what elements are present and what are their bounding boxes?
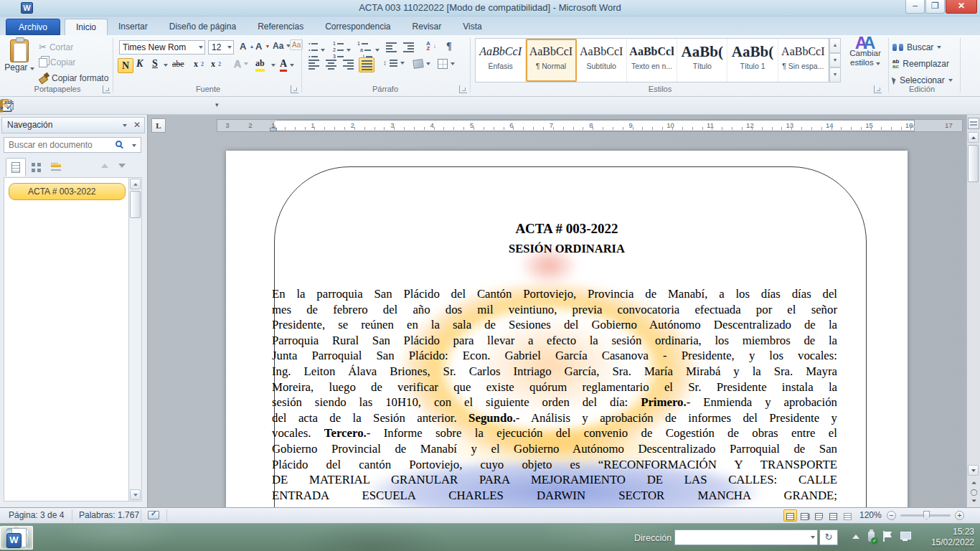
show-paragraph-marks-button[interactable]: ¶	[446, 41, 452, 52]
gallery-more-icon[interactable]: ▼	[829, 67, 841, 83]
scroll-thumb[interactable]	[968, 145, 979, 182]
document-page[interactable]: ACTA # 003-2022 SESIÓN ORDINARIA En la p…	[226, 151, 908, 507]
ribbon-tab[interactable]: Correspondencia	[314, 19, 401, 35]
copy-button[interactable]: Copiar	[39, 57, 75, 67]
previous-page-icon[interactable]: ⏶	[969, 479, 979, 487]
minimize-button[interactable]: –	[905, 0, 925, 14]
word-icon[interactable]	[0, 526, 33, 550]
ribbon-tab[interactable]: Diseño de página	[159, 19, 247, 35]
select-button[interactable]: Seleccionar	[892, 75, 953, 85]
underline-dropdown[interactable]	[164, 64, 168, 67]
browse-results-tab[interactable]	[46, 158, 66, 176]
fullscreen-reading-view-button[interactable]	[798, 509, 811, 522]
font-color-button[interactable]: A	[280, 58, 287, 72]
font-color-dropdown[interactable]	[290, 64, 294, 67]
paste-button[interactable]: Pegar	[4, 38, 34, 91]
italic-button[interactable]: K	[136, 58, 143, 70]
styles-dialog-launcher[interactable]	[874, 85, 882, 93]
address-go-icon[interactable]: ↻	[819, 529, 838, 545]
sort-button[interactable]: AZ↓	[426, 41, 436, 51]
strikethrough-button[interactable]: abe	[172, 59, 184, 70]
address-input[interactable]	[678, 532, 800, 543]
browse-headings-tab[interactable]	[6, 158, 26, 176]
bold-button[interactable]: N	[118, 58, 133, 73]
page-indicator[interactable]: Página: 3 de 4	[9, 510, 64, 520]
address-combo[interactable]	[674, 529, 818, 545]
next-heading-icon[interactable]	[118, 164, 126, 168]
decrease-indent-button[interactable]	[386, 42, 397, 52]
find-button[interactable]: Buscar	[892, 42, 941, 52]
scroll-up-icon[interactable]	[968, 132, 979, 143]
text-effects-button[interactable]: A	[234, 58, 248, 70]
address-dropdown-icon[interactable]	[811, 536, 815, 539]
zoom-in-button[interactable]: +	[955, 511, 964, 520]
highlight-color-button[interactable]: ab	[255, 58, 265, 72]
outline-view-button[interactable]	[826, 509, 840, 522]
zoom-level[interactable]: 120%	[859, 510, 882, 520]
underline-button[interactable]: S	[152, 58, 158, 70]
next-page-icon[interactable]: ⏷	[969, 497, 979, 505]
zoom-out-button[interactable]: −	[887, 511, 896, 520]
search-icon[interactable]	[116, 141, 122, 147]
replace-button[interactable]: abacReemplazar	[892, 59, 949, 69]
ribbon-tab[interactable]: Inicio	[65, 19, 108, 35]
style-item[interactable]: AaBbCcl Texto en n...	[627, 39, 677, 82]
align-right-button[interactable]	[343, 60, 354, 70]
ribbon-tab[interactable]: Archivo	[6, 19, 60, 35]
usb-safely-remove-icon[interactable]	[868, 532, 875, 542]
print-layout-view-button[interactable]	[783, 509, 797, 522]
style-item[interactable]: AaBbCcI Subtítulo	[577, 39, 627, 82]
ribbon-tab[interactable]: Revisar	[402, 19, 453, 35]
web-layout-view-button[interactable]	[812, 509, 826, 522]
style-item[interactable]: AaBbCcI ¶ Sin espa...	[778, 39, 829, 82]
network-status-icon[interactable]	[900, 532, 911, 541]
qat-overflow-icon[interactable]: ▾	[215, 101, 219, 108]
paragraph-dialog-launcher[interactable]	[459, 85, 467, 93]
font-name-combo[interactable]: Times New Rom	[119, 40, 205, 55]
clipboard-dialog-launcher[interactable]	[103, 85, 110, 93]
align-left-button[interactable]	[308, 60, 319, 70]
change-styles-button[interactable]: AA Cambiar estilos	[845, 38, 885, 91]
zoom-slider[interactable]	[900, 514, 951, 517]
format-painter-button[interactable]: Copiar formato	[39, 73, 108, 83]
restore-button[interactable]: ❐	[925, 0, 945, 14]
borders-button[interactable]	[438, 59, 455, 69]
nav-options-icon[interactable]	[123, 124, 127, 127]
shading-button[interactable]	[413, 60, 430, 68]
numbering-button[interactable]: 123	[333, 41, 351, 59]
nav-scroll-down-icon[interactable]	[130, 489, 141, 500]
cut-button[interactable]: ✂Cortar	[39, 42, 73, 52]
multilevel-list-button[interactable]: 1ai	[357, 41, 380, 59]
close-button[interactable]: ✕	[946, 0, 977, 14]
ribbon-tab[interactable]: Referencias	[247, 19, 314, 35]
highlight-dropdown[interactable]	[271, 64, 275, 67]
browse-pages-tab[interactable]	[26, 158, 46, 176]
word-count[interactable]: Palabras: 1.767	[79, 510, 139, 520]
draft-view-button[interactable]	[841, 509, 854, 522]
action-center-flag-icon[interactable]	[883, 531, 892, 542]
change-case-button[interactable]: Aa	[273, 41, 291, 51]
hidden-icons-icon[interactable]	[852, 534, 859, 539]
superscript-button[interactable]: x2	[211, 59, 221, 70]
nav-scroll-up-icon[interactable]	[130, 179, 141, 189]
line-spacing-button[interactable]: ↕	[383, 59, 405, 67]
scroll-down-icon[interactable]	[968, 465, 979, 476]
ribbon-tab[interactable]: Insertar	[108, 19, 159, 35]
font-dialog-launcher[interactable]	[291, 85, 298, 93]
bullets-button[interactable]: •••	[308, 41, 325, 59]
search-options-icon[interactable]	[132, 144, 136, 147]
gallery-up-icon[interactable]: ▲	[829, 38, 841, 53]
subscript-button[interactable]: x2	[194, 59, 204, 70]
zoom-slider-thumb[interactable]	[923, 511, 930, 520]
ribbon-tab[interactable]: Vista	[452, 19, 492, 35]
nav-close-icon[interactable]: ✕	[133, 118, 141, 133]
spelling-icon[interactable]: ABC	[3, 100, 15, 112]
align-center-button[interactable]	[326, 60, 336, 70]
nav-scrollbar[interactable]	[128, 177, 142, 501]
justify-button[interactable]	[359, 57, 374, 72]
style-item[interactable]: AaBbCcI Énfasis	[476, 39, 526, 82]
font-size-combo[interactable]: 12	[208, 40, 234, 55]
taskbar-clock[interactable]: 15:23 15/02/2022	[931, 527, 974, 548]
tab-stop-selector[interactable]: L	[151, 118, 166, 133]
spellcheck-status-icon[interactable]	[148, 511, 159, 519]
